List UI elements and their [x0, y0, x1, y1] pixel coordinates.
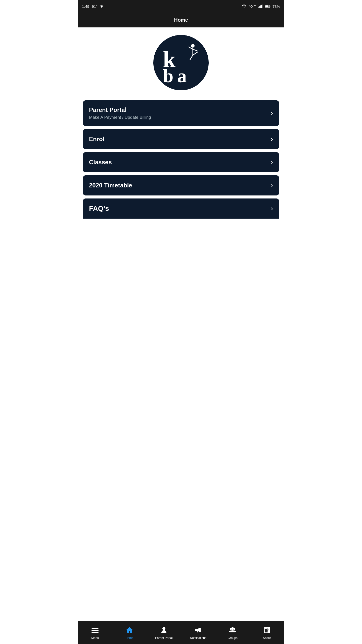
status-bar: 1:49 91° ✱ 4GLTE 73% — [78, 0, 284, 13]
menu-item-faqs[interactable]: FAQ's › — [83, 198, 279, 219]
nav-label-home: Home — [125, 636, 133, 640]
menu-item-enrol[interactable]: Enrol › — [83, 129, 279, 149]
menu-item-content: 2020 Timetable — [89, 182, 132, 189]
menu-item-content: Enrol — [89, 136, 104, 143]
network-type: 4GLTE — [249, 5, 256, 8]
logo-container: k b a — [153, 35, 209, 90]
menu-item-classes[interactable]: Classes › — [83, 152, 279, 172]
enrol-title: Enrol — [89, 136, 104, 143]
svg-rect-3 — [261, 5, 262, 8]
menu-item-content: Parent Portal Make A Payment / Update Bi… — [89, 106, 151, 120]
notification-icon: ✱ — [100, 4, 103, 9]
timetable-arrow: › — [271, 181, 273, 189]
share-icon — [264, 627, 270, 635]
svg-rect-0 — [258, 7, 259, 8]
nav-label-notifications: Notifications — [190, 636, 206, 640]
nav-item-groups[interactable]: Groups — [215, 627, 250, 640]
kpa-logo: k b a — [158, 40, 204, 85]
classes-arrow: › — [271, 158, 273, 166]
menu-item-content: Classes — [89, 159, 112, 166]
svg-rect-6 — [270, 6, 270, 7]
svg-rect-2 — [260, 6, 261, 8]
nav-item-parent-portal[interactable]: Parent Portal — [147, 627, 181, 640]
svg-rect-19 — [92, 632, 99, 633]
status-right: 4GLTE 73% — [242, 4, 280, 9]
timetable-title: 2020 Timetable — [89, 182, 132, 189]
faqs-arrow: › — [271, 205, 273, 213]
nav-label-parent-portal: Parent Portal — [155, 636, 173, 640]
svg-line-14 — [193, 49, 197, 51]
nav-label-groups: Groups — [228, 636, 237, 640]
svg-point-23 — [231, 627, 234, 630]
battery-icon — [265, 5, 270, 8]
svg-text:b: b — [163, 65, 173, 85]
battery-percent: 73% — [273, 4, 280, 9]
logo-circle: k b a — [153, 35, 209, 90]
svg-rect-4 — [262, 5, 263, 8]
hamburger-icon — [92, 627, 99, 635]
parent-portal-arrow: › — [271, 109, 273, 117]
svg-rect-18 — [92, 630, 99, 631]
svg-rect-1 — [259, 6, 260, 8]
person-icon — [161, 627, 167, 635]
faqs-title: FAQ's — [89, 205, 109, 213]
nav-item-share[interactable]: Share — [250, 627, 284, 640]
megaphone-icon — [195, 627, 202, 635]
bottom-nav: Menu Home Parent Portal Notifications — [78, 621, 284, 644]
main-content: k b a — [78, 27, 284, 644]
wifi-icon — [242, 4, 247, 8]
svg-line-16 — [193, 52, 198, 55]
nav-item-home[interactable]: Home — [112, 627, 147, 640]
home-icon — [126, 627, 133, 635]
nav-item-notifications[interactable]: Notifications — [181, 627, 215, 640]
menu-item-timetable[interactable]: 2020 Timetable › — [83, 175, 279, 195]
svg-text:a: a — [177, 65, 187, 85]
status-left: 1:49 91° ✱ — [82, 4, 103, 9]
nav-label-menu: Menu — [91, 636, 99, 640]
menu-items: Parent Portal Make A Payment / Update Bi… — [83, 100, 279, 219]
parent-portal-subtitle: Make A Payment / Update Billing — [89, 115, 151, 120]
header-title: Home — [174, 17, 188, 23]
groups-icon — [228, 627, 237, 635]
svg-rect-17 — [92, 628, 99, 629]
time-display: 1:49 — [82, 4, 89, 9]
svg-point-11 — [191, 44, 195, 48]
enrol-arrow: › — [271, 135, 273, 143]
svg-point-20 — [162, 627, 165, 630]
nav-item-menu[interactable]: Menu — [78, 627, 112, 640]
nav-label-share: Share — [263, 636, 271, 640]
app-header: Home — [78, 13, 284, 27]
parent-portal-title: Parent Portal — [89, 106, 151, 113]
temperature-display: 91° — [92, 4, 98, 9]
signal-icon — [258, 5, 263, 8]
classes-title: Classes — [89, 159, 112, 166]
menu-item-parent-portal[interactable]: Parent Portal Make A Payment / Update Bi… — [83, 100, 279, 126]
svg-rect-7 — [265, 5, 268, 7]
svg-line-15 — [190, 55, 193, 60]
